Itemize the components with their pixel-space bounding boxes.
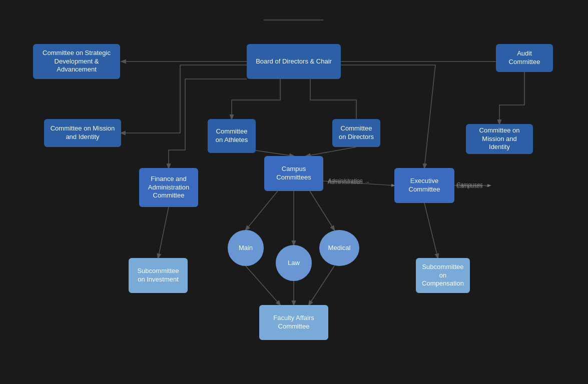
svg-line-9 (246, 266, 280, 305)
sub-compensation-node: Subcommittee on Compensation (416, 258, 470, 293)
mission-left-node: Committee on Mission and Identity (44, 119, 121, 147)
mission-right-node: Committee on Mission and Identity (466, 124, 533, 154)
medical-node: Medical (319, 230, 359, 266)
admin-connector-label: Administration → (328, 179, 370, 185)
law-node: Law (276, 245, 312, 281)
svg-line-6 (246, 191, 278, 230)
org-chart: Administration Campuses Board of Directo… (0, 0, 588, 384)
directors-node: Committee on Directors (332, 119, 380, 147)
svg-line-8 (310, 191, 334, 230)
athletes-node: Committee on Athletes (208, 119, 256, 153)
board-node: Board of Directors & Chair (247, 44, 341, 79)
executive-node: Executive Committee (394, 168, 454, 203)
svg-line-11 (309, 266, 334, 305)
campus-node: Campus Committees (264, 156, 323, 191)
sub-investment-node: Subcommittee on Investment (129, 258, 188, 293)
svg-line-12 (424, 203, 438, 258)
strategic-node: Committee on Strategic Development & Adv… (33, 44, 120, 79)
faculty-node: Faculty Affairs Committee (259, 305, 328, 340)
finance-node: Finance and Administration Committee (139, 168, 198, 207)
svg-line-2 (306, 147, 356, 156)
campuses-connector-label: Campuses → (456, 183, 490, 189)
svg-line-5 (158, 207, 169, 258)
main-node: Main (228, 230, 264, 266)
audit-node: Audit Committee (496, 44, 553, 72)
